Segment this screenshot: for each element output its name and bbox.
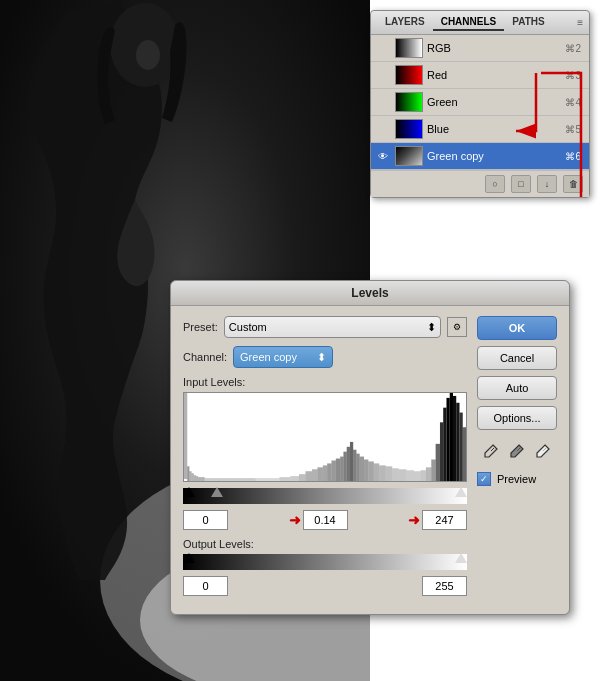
svg-rect-56 <box>443 408 446 481</box>
channel-thumb-green-copy <box>395 146 423 166</box>
svg-rect-31 <box>323 465 327 481</box>
svg-rect-46 <box>386 466 393 481</box>
svg-rect-57 <box>446 398 449 481</box>
panel-tabs: LAYERS CHANNELS PATHS <box>377 14 553 31</box>
svg-rect-49 <box>406 470 414 481</box>
svg-rect-15 <box>201 477 204 481</box>
new-channel-circle-btn[interactable]: ○ <box>485 175 505 193</box>
panel-titlebar: LAYERS CHANNELS PATHS ≡ <box>371 11 589 35</box>
new-channel-square-btn[interactable]: □ <box>511 175 531 193</box>
tab-paths[interactable]: PATHS <box>504 14 552 31</box>
svg-rect-27 <box>299 474 306 481</box>
svg-rect-29 <box>312 469 317 481</box>
black-eyedropper-btn[interactable] <box>480 440 502 462</box>
channel-shortcut-green: ⌘4 <box>565 97 581 108</box>
mid-value-group: ➜ <box>232 510 404 530</box>
visibility-eye-rgb[interactable] <box>375 40 391 56</box>
red-arrow-mid: ➜ <box>289 512 301 528</box>
svg-rect-53 <box>431 459 435 481</box>
svg-rect-20 <box>227 478 236 481</box>
input-max-field[interactable] <box>422 510 467 530</box>
dialog-right-panel: OK Cancel Auto Options... <box>477 316 557 604</box>
black-eyedropper-icon <box>484 444 498 458</box>
output-white-handle[interactable] <box>455 553 467 563</box>
svg-rect-34 <box>336 459 340 481</box>
auto-button[interactable]: Auto <box>477 376 557 400</box>
levels-dialog: Levels Preset: Custom ⬍ ⚙ Channel: Green… <box>170 280 570 615</box>
svg-rect-54 <box>436 444 440 481</box>
input-gradient-track <box>183 488 467 504</box>
channel-thumb-red <box>395 65 423 85</box>
channel-row-blue[interactable]: Blue ⌘5 <box>371 116 589 143</box>
tab-channels[interactable]: CHANNELS <box>433 14 505 31</box>
svg-rect-41 <box>360 457 364 481</box>
svg-rect-51 <box>420 470 425 481</box>
svg-rect-35 <box>340 457 343 481</box>
svg-rect-12 <box>194 475 196 481</box>
channel-shortcut-green-copy: ⌘6 <box>565 151 581 162</box>
input-mid-field[interactable] <box>303 510 348 530</box>
visibility-eye-green-copy[interactable]: 👁 <box>375 148 391 164</box>
channel-thumb-blue <box>395 119 423 139</box>
output-max-field[interactable] <box>422 576 467 596</box>
input-values-row: ➜ ➜ <box>183 510 467 530</box>
gray-eyedropper-btn[interactable] <box>506 440 528 462</box>
svg-rect-38 <box>350 442 353 481</box>
channel-name-green-copy: Green copy <box>427 150 561 162</box>
output-gradient-track <box>183 554 467 570</box>
input-min-field[interactable] <box>183 510 228 530</box>
svg-rect-47 <box>392 468 399 481</box>
channel-thumb-green <box>395 92 423 112</box>
output-min-field[interactable] <box>183 576 228 596</box>
options-button[interactable]: Options... <box>477 406 557 430</box>
svg-rect-18 <box>214 478 221 481</box>
channel-shortcut-rgb: ⌘2 <box>565 43 581 54</box>
preset-dropdown-arrows: ⬍ <box>427 321 436 334</box>
output-black-handle[interactable] <box>183 553 195 563</box>
save-channel-btn[interactable]: ↓ <box>537 175 557 193</box>
preview-checkbox[interactable]: ✓ <box>477 472 491 486</box>
input-white-handle[interactable] <box>455 487 467 497</box>
svg-rect-48 <box>399 469 407 481</box>
tab-layers[interactable]: LAYERS <box>377 14 433 31</box>
output-levels-label: Output Levels: <box>183 538 467 550</box>
channel-shortcut-blue: ⌘5 <box>565 124 581 135</box>
channel-row-red[interactable]: Red ⌘3 <box>371 62 589 89</box>
svg-rect-13 <box>196 476 198 481</box>
visibility-eye-green[interactable] <box>375 94 391 110</box>
svg-rect-44 <box>374 463 379 481</box>
visibility-eye-red[interactable] <box>375 67 391 83</box>
svg-rect-60 <box>456 403 459 481</box>
preset-select[interactable]: Custom ⬍ <box>224 316 441 338</box>
svg-rect-30 <box>317 467 322 481</box>
panel-menu-button[interactable]: ≡ <box>577 17 583 28</box>
channel-select[interactable]: Green copy ⬍ <box>233 346 333 368</box>
dialog-title: Levels <box>171 281 569 306</box>
channel-row-rgb[interactable]: RGB ⌘2 <box>371 35 589 62</box>
channel-row-green-copy[interactable]: 👁 Green copy ⌘6 <box>371 143 589 170</box>
channel-select-arrows: ⬍ <box>317 351 326 364</box>
channel-name-red: Red <box>427 69 561 81</box>
svg-rect-58 <box>450 393 453 481</box>
ok-button[interactable]: OK <box>477 316 557 340</box>
svg-rect-22 <box>245 478 256 481</box>
white-eyedropper-icon <box>536 444 550 458</box>
channel-name-rgb: RGB <box>427 42 561 54</box>
white-eyedropper-btn[interactable] <box>532 440 554 462</box>
svg-rect-55 <box>440 422 443 481</box>
svg-rect-62 <box>463 427 466 481</box>
svg-rect-32 <box>327 463 331 481</box>
visibility-eye-blue[interactable] <box>375 121 391 137</box>
channel-row-green[interactable]: Green ⌘4 <box>371 89 589 116</box>
preset-options-btn[interactable]: ⚙ <box>447 317 467 337</box>
input-mid-handle[interactable] <box>211 487 223 497</box>
channel-shortcut-red: ⌘3 <box>565 70 581 81</box>
output-slider-track <box>183 554 467 572</box>
channel-select-value: Green copy <box>240 351 297 363</box>
svg-rect-33 <box>332 460 336 481</box>
cancel-button[interactable]: Cancel <box>477 346 557 370</box>
preset-row: Preset: Custom ⬍ ⚙ <box>183 316 467 338</box>
input-black-handle[interactable] <box>183 487 195 497</box>
delete-channel-btn[interactable]: 🗑 <box>563 175 583 193</box>
channel-name-green: Green <box>427 96 561 108</box>
